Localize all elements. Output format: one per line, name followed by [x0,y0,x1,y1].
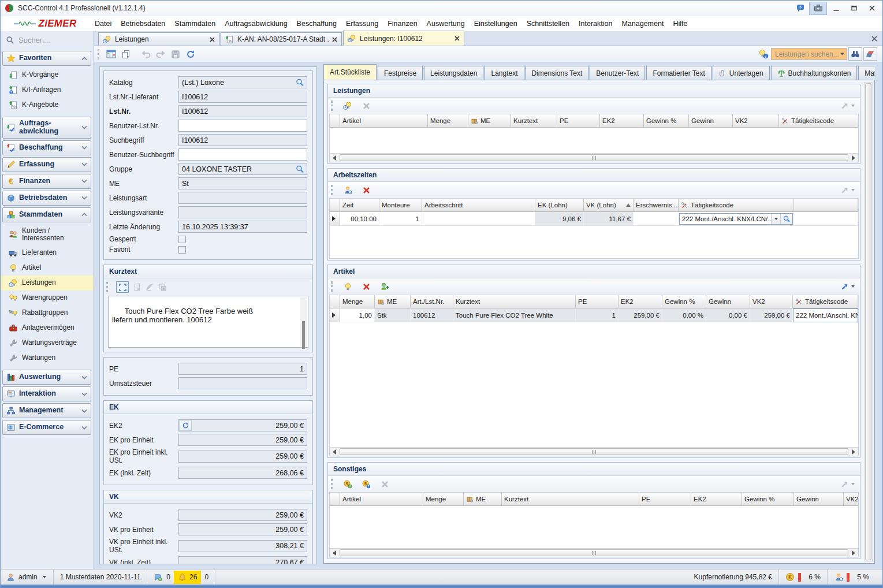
menu-auftragsabwicklung[interactable]: Auftragsabwicklung [220,17,292,31]
menu-management[interactable]: Management [617,17,668,31]
sidebar-section-auftragsabwicklung[interactable]: Auftrags-abwicklung [2,117,91,139]
arbeitszeit-row[interactable]: 00:10:00 1 9,06 € 11,67 € 222 Mont./Ansc… [330,212,858,226]
me-input[interactable]: St [178,177,307,189]
screenshot-button[interactable] [809,2,827,15]
lookup-button[interactable] [293,164,306,174]
leistungen-table[interactable]: Artikel Menge ME Kurztext PE EK2 Gewinn … [330,114,859,128]
grid-view-button[interactable] [103,47,118,61]
sidebar-section-management[interactable]: Management [2,403,91,418]
toolbar-grip[interactable] [331,479,333,489]
tab-materialstueckliste-gesamt[interactable]: Materialstückliste gesamt [858,66,875,80]
gesperrt-checkbox[interactable] [178,236,186,243]
sidebar-item-warengruppen[interactable]: Warengruppen [0,291,94,306]
ek-pro-einheit-ust-input[interactable]: 259,00 € [178,451,307,463]
favorit-checkbox[interactable] [178,246,186,254]
menu-stammdaten[interactable]: Stammdaten [170,17,220,31]
copy-button[interactable] [118,47,133,61]
artikel-hscrollbar[interactable] [330,447,858,456]
user-menu[interactable]: admin [0,570,54,585]
menu-finanzen[interactable]: Finanzen [383,17,422,31]
menu-schnittstellen[interactable]: Schnittstellen [522,17,574,31]
kurztext-scrollbar[interactable] [300,297,307,347]
delete-arbeitszeit-button[interactable] [359,184,374,197]
tab-dimensions-text[interactable]: Dimensions Text [526,66,589,80]
leistungsvariante-input[interactable] [178,206,307,218]
tab-langtext[interactable]: Langtext [485,66,524,80]
tabrow-close-icon[interactable] [871,36,877,42]
feedback-button[interactable]: ? [791,2,809,15]
scroll-left-icon[interactable] [330,448,339,456]
katalog-input[interactable]: (Lst.) Loxone [178,76,307,88]
recalc-button[interactable] [179,420,192,431]
sidebar-item-ki-anfragen[interactable]: ? K/I-Anfragen [0,83,94,98]
export-control[interactable] [840,186,855,195]
lstnr-input[interactable]: I100612 [178,105,307,117]
menu-auswertung[interactable]: Auswertung [422,17,470,31]
scroll-right-icon[interactable] [849,154,858,162]
sonstiges-table-empty-area[interactable] [330,506,858,548]
export-control[interactable] [840,102,855,110]
sidebar-item-rabattgruppen[interactable]: % Rabattgruppen [0,306,94,321]
save-button[interactable] [168,47,183,61]
add-artikel-button[interactable] [340,280,355,293]
doc-tab-leistungen[interactable]: Leistungen [98,32,219,46]
leistungsart-input[interactable] [178,192,307,204]
tab-festpreise[interactable]: Festpreise [378,66,423,80]
taetigkeitscode-combo[interactable]: 222 Mont./Anschl. KNX/LCN/... [679,213,793,225]
doc-tab-k-an[interactable]: % K-AN: AN-08/25-017-A Stadt ... [221,32,342,46]
export-control[interactable] [840,282,855,291]
doc-tab-leistungen-i100612[interactable]: Leistungen: I100612 [343,31,464,46]
minimize-button[interactable] [827,2,845,15]
ek-pro-einheit-input[interactable]: 259,00 € [178,434,307,446]
toolbar-grip[interactable] [331,101,333,111]
sidebar-section-beschaffung[interactable]: Beschaffung [2,140,91,155]
arbeitszeiten-table-empty-area[interactable] [330,226,858,258]
sidebar-item-k-angebote[interactable]: % K-Angebote [0,98,94,113]
combo-dropdown-button[interactable] [771,214,780,224]
menu-erfassung[interactable]: Erfassung [341,17,383,31]
sidebar-item-kunden-interessenten[interactable]: Kunden / Interessenten [0,224,94,246]
sidebar-section-finanzen[interactable]: € Finanzen [2,174,91,189]
tab-close-icon[interactable] [332,37,337,42]
find-button[interactable] [848,47,862,61]
toolbar-grip[interactable] [331,185,333,195]
kurztext-textarea[interactable]: Touch Pure Flex CO2 Tree Farbe weiß lief… [108,296,308,348]
client-info[interactable]: 1 Musterdaten 2020-11-11 [54,570,148,585]
arbeitszeiten-table[interactable]: Zeit Monteure Arbeitsschritt EK (Lohn) V… [330,199,858,226]
artikel-row[interactable]: 1,00 Stk 100612 Touch Pure Flex CO2 Tree… [330,308,858,322]
translate-icon[interactable]: A [158,283,167,292]
chevron-down-icon[interactable] [839,52,845,56]
letzte-aenderung-input[interactable]: 16.10.2025 13:39:37 [178,221,307,233]
delete-leistung-button[interactable] [359,99,374,113]
leistungen-hscrollbar[interactable] [330,153,858,162]
menu-betriebsdaten[interactable]: Betriebsdaten [116,17,170,31]
add-kosten-button[interactable]: $ [340,478,355,491]
add-sonstige-position-button[interactable]: $? [359,478,374,491]
tab-close-icon[interactable] [454,36,460,41]
sidebar-section-betriebsdaten[interactable]: Betriebsdaten [2,191,91,206]
vk2-input[interactable]: 259,00 € [178,509,307,521]
sidebar-section-erfassung[interactable]: Erfassung [2,157,91,172]
hint-button[interactable]: i [756,47,771,61]
sidebar-search[interactable] [0,31,94,49]
ek2-input[interactable]: 259,00 € [178,419,307,431]
redo-button[interactable] [153,47,168,61]
add-leistung-button[interactable] [340,99,355,113]
pe-input[interactable]: 1 [178,363,307,375]
sonstiges-hscrollbar[interactable] [330,548,858,557]
sidebar-section-stammdaten[interactable]: Stammdaten [2,207,91,222]
scroll-right-icon[interactable] [849,448,858,456]
ek-inkl-zeit-input[interactable]: 268,06 € [178,467,307,479]
quick-search-box[interactable] [771,48,847,60]
tab-buchhaltungskonten[interactable]: Buchhaltungskonten [771,66,858,80]
quick-search-input[interactable] [775,50,839,58]
sidebar-search-input[interactable] [18,36,79,44]
benutzer-suchbegriff-input[interactable] [178,148,307,161]
delete-artikel-button[interactable] [359,280,374,293]
scroll-right-icon[interactable] [849,549,858,557]
signature-icon[interactable] [146,283,154,292]
sidebar-item-wartungsvertraege[interactable]: Wartungsverträge [0,336,94,351]
gruppe-input[interactable]: 04 LOXONE TASTER [178,163,307,175]
import-text-icon[interactable] [133,283,141,292]
menu-einstellungen[interactable]: Einstellungen [470,17,522,31]
